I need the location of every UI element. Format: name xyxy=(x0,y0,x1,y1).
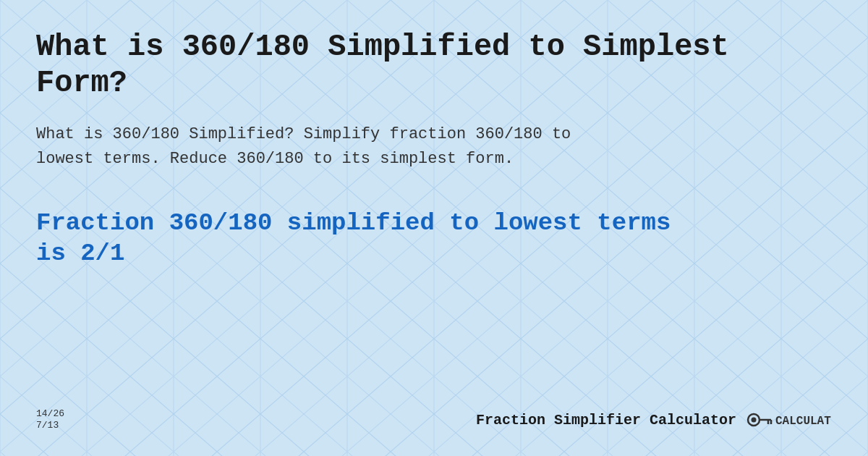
fraction-top: 14/26 xyxy=(36,408,64,420)
result-section: Fraction 360/180 simplified to lowest te… xyxy=(36,208,832,391)
description-text: What is 360/180 Simplified? Simplify fra… xyxy=(36,122,600,172)
calculat-io-logo: CALCULAT.IO xyxy=(745,405,832,434)
footer-brand: Fraction Simplifier Calculator CALCULAT.… xyxy=(476,405,832,434)
brand-name: Fraction Simplifier Calculator xyxy=(476,412,736,428)
footer: 14/26 7/13 Fraction Simplifier Calculato… xyxy=(36,391,832,434)
svg-text:CALCULAT.IO: CALCULAT.IO xyxy=(775,415,832,428)
page-title: What is 360/180 Simplified to Simplest F… xyxy=(36,29,832,102)
svg-point-26 xyxy=(752,418,757,423)
result-text: Fraction 360/180 simplified to lowest te… xyxy=(36,208,687,269)
main-content: What is 360/180 Simplified to Simplest F… xyxy=(0,0,868,456)
fraction-bottom: 7/13 xyxy=(36,420,59,431)
footer-fractions: 14/26 7/13 xyxy=(36,408,64,431)
